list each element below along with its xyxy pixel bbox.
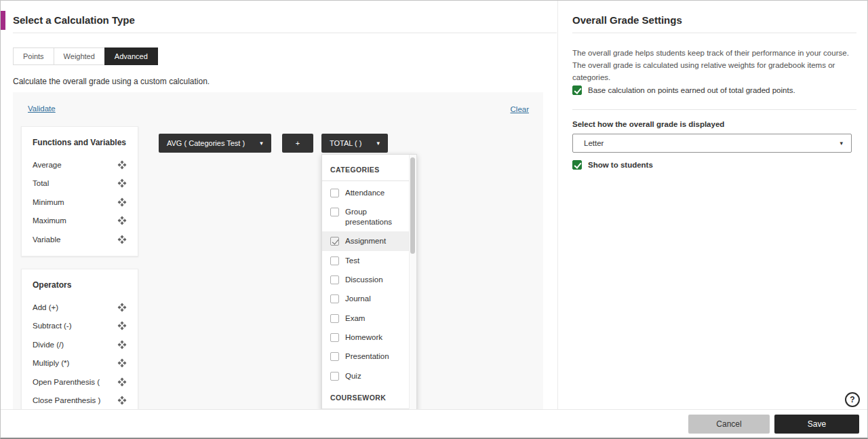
formula-chip-avg[interactable]: AVG ( Categories Test ) ▾: [159, 134, 271, 153]
category-option-label: Group presentations: [345, 207, 406, 227]
divider: [572, 33, 856, 33]
operator-item-label: Multiply (*): [33, 359, 69, 367]
category-option-label: Homework: [345, 332, 382, 342]
operator-item-divide[interactable]: Divide (/): [33, 335, 127, 354]
show-to-students-label: Show to students: [588, 161, 653, 169]
operator-item-label: Divide (/): [33, 341, 64, 349]
operator-item-multiply[interactable]: Multiply (*): [33, 354, 127, 373]
category-option-label: Presentation: [345, 351, 389, 361]
validate-link[interactable]: Validate: [28, 104, 56, 113]
category-option-label: Discussion: [345, 275, 383, 284]
operator-item-label: Close Parenthesis ): [33, 396, 100, 404]
clear-link[interactable]: Clear: [511, 105, 529, 113]
help-button[interactable]: ?: [845, 392, 860, 407]
function-item-label: Variable: [33, 235, 60, 244]
checkbox[interactable]: [330, 237, 339, 246]
category-option-label: Attendance: [345, 188, 384, 197]
operator-item-label: Subtract (-): [33, 322, 72, 330]
divider: [572, 109, 856, 110]
overall-grade-settings-title: Overall Grade Settings: [572, 14, 682, 26]
panel-divider: [557, 1, 558, 411]
show-to-students-checkbox-row[interactable]: Show to students: [572, 160, 653, 170]
operator-item-add[interactable]: Add (+): [33, 298, 127, 317]
function-item-label: Average: [33, 161, 62, 169]
category-option-group-presentations[interactable]: Group presentations: [322, 202, 416, 231]
move-icon[interactable]: [117, 358, 127, 368]
tab-weighted[interactable]: Weighted: [54, 47, 105, 65]
move-icon[interactable]: [117, 178, 127, 188]
calculation-settings-page: Select a Calculation Type Points Weighte…: [0, 0, 868, 439]
cancel-button[interactable]: Cancel: [688, 415, 770, 434]
chip-label: AVG ( Categories Test ): [167, 139, 245, 147]
checkbox[interactable]: [330, 372, 339, 381]
functions-panel: Functions and Variables Average Total Mi…: [21, 126, 138, 256]
operator-item-open-paren[interactable]: Open Parenthesis (: [33, 373, 127, 392]
chevron-down-icon: ▾: [260, 140, 263, 147]
categories-dropdown: CATEGORIES Attendance Group presentation…: [321, 154, 417, 411]
category-option-homework[interactable]: Homework: [322, 328, 416, 347]
category-option-attendance[interactable]: Attendance: [322, 183, 416, 202]
category-option-journal[interactable]: Journal: [322, 289, 416, 308]
operators-panel-title: Operators: [33, 280, 127, 290]
dropdown-section-categories: CATEGORIES: [322, 160, 409, 181]
category-option-assignment[interactable]: Assignment: [322, 231, 416, 250]
base-points-label: Base calculation on points earned out of…: [588, 86, 795, 94]
functions-panel-title: Functions and Variables: [33, 138, 127, 147]
operator-item-label: Open Parenthesis (: [33, 378, 100, 386]
checkbox[interactable]: [330, 333, 339, 342]
checkbox[interactable]: [330, 294, 339, 303]
checkbox[interactable]: [330, 208, 339, 216]
checkbox[interactable]: [572, 160, 582, 170]
calculation-description: Calculate the overall grade using a cust…: [13, 77, 210, 86]
operator-item-close-paren[interactable]: Close Parenthesis ): [33, 392, 127, 411]
formula-chip-plus[interactable]: +: [282, 134, 313, 153]
move-icon[interactable]: [117, 377, 127, 387]
function-item-total[interactable]: Total: [33, 174, 127, 193]
operator-item-subtract[interactable]: Subtract (-): [33, 317, 127, 336]
move-icon[interactable]: [117, 197, 127, 207]
function-item-average[interactable]: Average: [33, 155, 127, 174]
move-icon[interactable]: [117, 321, 127, 330]
move-icon[interactable]: [117, 160, 127, 170]
overall-grade-description: The overall grade helps students keep tr…: [572, 47, 860, 83]
move-icon[interactable]: [117, 235, 127, 244]
base-points-checkbox-row[interactable]: Base calculation on points earned out of…: [572, 85, 795, 95]
category-option-presentation[interactable]: Presentation: [322, 347, 416, 366]
category-option-label: Quiz: [345, 371, 361, 381]
category-option-discussion[interactable]: Discussion: [322, 270, 416, 289]
accent-bar: [1, 11, 5, 30]
divider: [13, 33, 557, 33]
category-option-label: Journal: [345, 294, 371, 303]
chevron-down-icon: ▾: [376, 140, 380, 147]
calculation-type-tabs: Points Weighted Advanced: [13, 47, 158, 65]
grade-display-select[interactable]: Letter ▾: [572, 134, 852, 153]
category-option-test[interactable]: Test: [322, 251, 416, 270]
checkbox[interactable]: [572, 85, 582, 95]
calculation-builder-panel: Validate Clear Functions and Variables A…: [13, 92, 543, 411]
operator-item-label: Add (+): [33, 303, 58, 311]
checkbox[interactable]: [330, 352, 339, 361]
checkbox[interactable]: [330, 275, 339, 284]
formula-chip-total[interactable]: TOTAL ( ) ▾: [321, 134, 388, 153]
function-item-maximum[interactable]: Maximum: [33, 212, 127, 231]
move-icon[interactable]: [117, 303, 127, 312]
page-title: Select a Calculation Type: [13, 14, 135, 26]
scrollbar-thumb[interactable]: [410, 157, 415, 254]
checkbox[interactable]: [330, 189, 339, 197]
function-item-minimum[interactable]: Minimum: [33, 193, 127, 212]
move-icon[interactable]: [117, 216, 127, 225]
tab-advanced[interactable]: Advanced: [104, 47, 158, 65]
checkbox[interactable]: [330, 256, 339, 265]
category-option-label: Assignment: [345, 236, 386, 246]
move-icon[interactable]: [117, 340, 127, 349]
save-button[interactable]: Save: [774, 415, 859, 434]
function-item-variable[interactable]: Variable: [33, 230, 127, 249]
move-icon[interactable]: [117, 396, 127, 405]
category-option-exam[interactable]: Exam: [322, 309, 416, 328]
chip-label: TOTAL ( ): [330, 139, 361, 147]
category-option-label: Exam: [345, 313, 365, 323]
tab-points[interactable]: Points: [13, 47, 54, 65]
checkbox[interactable]: [330, 314, 339, 323]
function-item-label: Total: [33, 179, 49, 187]
category-option-quiz[interactable]: Quiz: [322, 366, 416, 385]
